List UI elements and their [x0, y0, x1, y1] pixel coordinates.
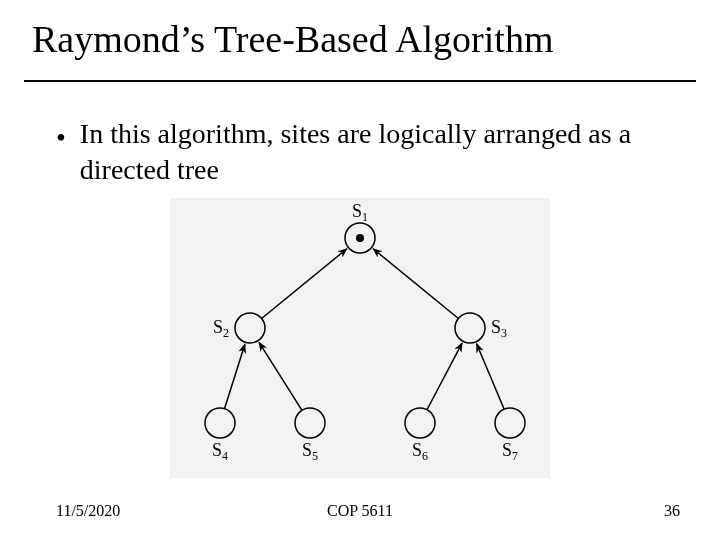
footer-page: 36	[664, 502, 680, 520]
node-label: S4	[212, 440, 228, 463]
tree-svg: S1S2S3S4S5S6S7	[170, 198, 550, 478]
bullet-icon: •	[56, 124, 66, 152]
tree-node	[455, 313, 485, 343]
slide-title: Raymond’s Tree-Based Algorithm	[32, 18, 688, 62]
tree-node	[495, 408, 525, 438]
slide-body: • In this algorithm, sites are logically…	[56, 116, 680, 188]
node-label: S6	[412, 440, 428, 463]
tree-node	[205, 408, 235, 438]
tree-node	[295, 408, 325, 438]
title-underline	[24, 80, 696, 82]
tree-node	[235, 313, 265, 343]
slide: Raymond’s Tree-Based Algorithm • In this…	[0, 0, 720, 540]
node-label: S1	[352, 201, 368, 224]
tree-node	[405, 408, 435, 438]
tree-edge	[477, 344, 505, 410]
footer-course: COP 5611	[0, 502, 720, 520]
nodes-group: S1S2S3S4S5S6S7	[205, 201, 525, 463]
node-label: S7	[502, 440, 518, 463]
tree-figure: S1S2S3S4S5S6S7	[170, 198, 550, 478]
slide-footer: 11/5/2020 COP 5611 36	[0, 502, 720, 524]
tree-edge	[373, 249, 458, 319]
token-icon	[356, 234, 364, 242]
tree-edge	[225, 344, 245, 408]
node-label: S2	[213, 317, 229, 340]
bullet-text: In this algorithm, sites are logically a…	[80, 116, 680, 188]
tree-edge	[427, 343, 462, 410]
bullet-item: • In this algorithm, sites are logically…	[56, 116, 680, 188]
tree-edge	[262, 249, 347, 319]
tree-edge	[259, 342, 302, 410]
node-label: S3	[491, 317, 507, 340]
node-label: S5	[302, 440, 318, 463]
